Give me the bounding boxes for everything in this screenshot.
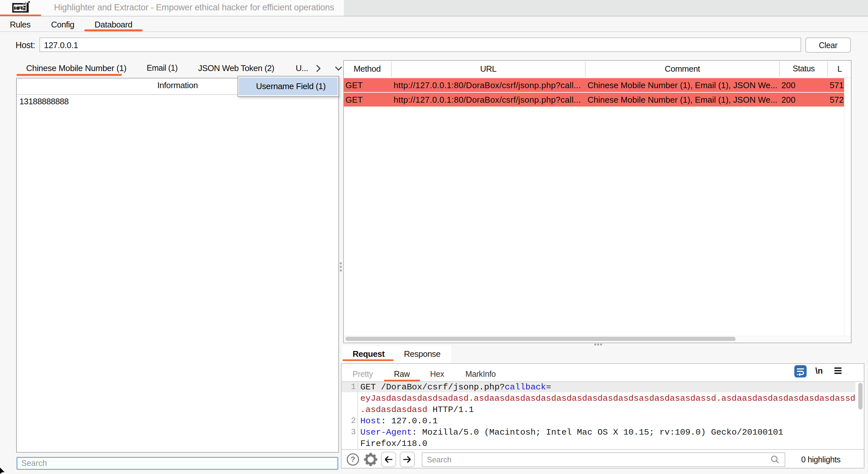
svg-text:?: ? [351,455,355,464]
